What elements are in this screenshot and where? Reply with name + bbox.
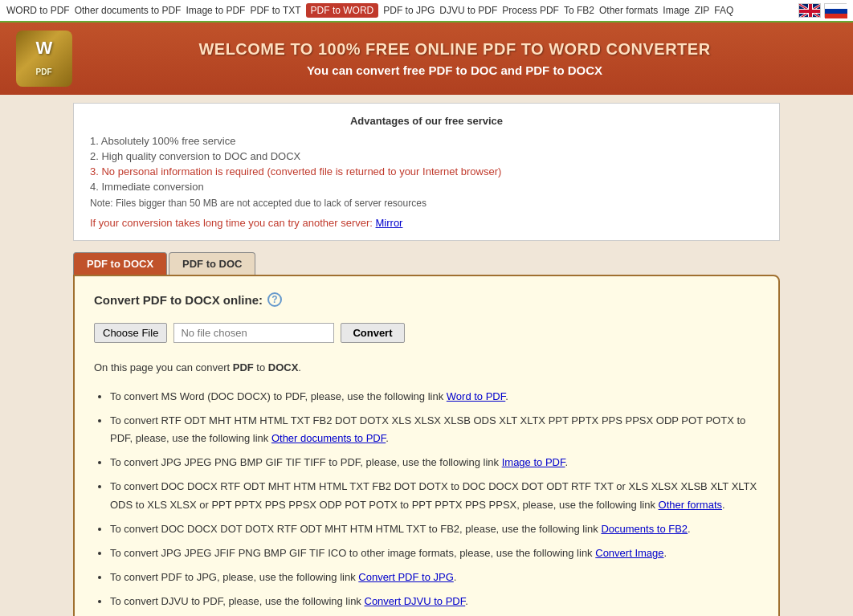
- period-4: .: [722, 499, 725, 511]
- list-item-convert-image: To convert JPG JPEG JFIF PNG BMP GIF TIF…: [110, 545, 759, 562]
- flag-english[interactable]: [798, 3, 821, 18]
- list-item-text-2: To convert RTF ODT MHT HTM HTML TXT FB2 …: [110, 414, 745, 444]
- convert-label-text: Convert PDF to DOCX online:: [94, 293, 263, 307]
- list-item-pdf-to-jpg: To convert PDF to JPG, please, use the f…: [110, 569, 759, 586]
- list-item-text-8: To convert DJVU to PDF, please, use the …: [110, 595, 361, 607]
- list-item-djvu-to-pdf: To convert DJVU to PDF, please, use the …: [110, 593, 759, 610]
- top-navigation: WORD to PDF Other documents to PDF Image…: [0, 0, 853, 22]
- list-item-text-5: To convert DOC DOCX DOT DOTX RTF ODT MHT…: [110, 523, 598, 535]
- converter-box: Convert PDF to DOCX online: ? Choose Fil…: [73, 275, 780, 616]
- tab-pdf-to-docx[interactable]: PDF to DOCX: [73, 252, 167, 275]
- link-other-docs[interactable]: Other documents to PDF: [271, 432, 386, 444]
- header-banner: WPDF WELCOME TO 100% FREE ONLINE PDF TO …: [0, 22, 853, 95]
- nav-faq[interactable]: FAQ: [714, 5, 733, 16]
- period-1: .: [505, 390, 508, 402]
- header-subtitle: You can convert free PDF to DOC and PDF …: [72, 63, 837, 77]
- list-item-text-1: To convert MS Word (DOC DOCX) to PDF, pl…: [110, 390, 443, 402]
- period-2: .: [386, 432, 389, 444]
- period-7: .: [454, 571, 457, 583]
- tab-pdf-to-doc[interactable]: PDF to DOC: [169, 252, 255, 275]
- logo-text: WPDF: [36, 38, 53, 80]
- main-description: On this page you can convert PDF to DOCX…: [94, 359, 759, 377]
- file-name-display[interactable]: [173, 323, 334, 343]
- nav-zip[interactable]: ZIP: [695, 5, 710, 16]
- list-item-text-6: To convert JPG JPEG JFIF PNG BMP GIF TIF…: [110, 547, 593, 559]
- period-3: .: [565, 456, 568, 468]
- info-icon[interactable]: ?: [267, 292, 282, 307]
- link-word-to-pdf[interactable]: Word to PDF: [447, 390, 505, 402]
- list-item-other-docs: To convert RTF ODT MHT HTM HTML TXT FB2 …: [110, 412, 759, 447]
- list-item-text-3: To convert JPG JPEG PNG BMP GIF TIF TIFF…: [110, 456, 499, 468]
- description-area: On this page you can convert PDF to DOCX…: [94, 359, 759, 610]
- mirror-line: If your conversion takes long time you c…: [90, 217, 763, 229]
- mirror-text: If your conversion takes long time you c…: [90, 217, 373, 229]
- nav-image[interactable]: Image: [663, 5, 689, 16]
- advantage-item-3: 3. No personal information is required (…: [90, 165, 763, 177]
- site-logo: WPDF: [16, 31, 72, 87]
- tabs-container: PDF to DOCX PDF to DOC: [73, 252, 780, 275]
- file-input-row: Choose File Convert: [94, 323, 759, 343]
- period-6: .: [664, 547, 667, 559]
- link-pdf-to-jpg[interactable]: Convert PDF to JPG: [358, 571, 453, 583]
- list-item-image-to-pdf: To convert JPG JPEG PNG BMP GIF TIF TIFF…: [110, 454, 759, 471]
- advantage-item-2: 2. High quality conversion to DOC and DO…: [90, 150, 763, 162]
- links-list: To convert MS Word (DOC DOCX) to PDF, pl…: [94, 388, 759, 610]
- advantages-list: 1. Absolutely 100% free service 2. High …: [90, 135, 763, 193]
- link-image-to-pdf[interactable]: Image to PDF: [502, 456, 565, 468]
- nav-pdf-to-txt[interactable]: PDF to TXT: [250, 5, 300, 16]
- link-djvu-to-pdf[interactable]: Convert DJVU to PDF: [365, 595, 466, 607]
- mirror-link[interactable]: Mirror: [376, 217, 403, 229]
- nav-image-to-pdf[interactable]: Image to PDF: [186, 5, 245, 16]
- advantage-item-1: 1. Absolutely 100% free service: [90, 135, 763, 147]
- nav-word-to-pdf[interactable]: WORD to PDF: [6, 5, 70, 16]
- language-flags: [798, 3, 847, 18]
- advantages-box: Advantages of our free service 1. Absolu…: [73, 103, 780, 241]
- link-convert-image[interactable]: Convert Image: [595, 547, 663, 559]
- flag-russian[interactable]: [824, 3, 847, 18]
- list-item-other-formats: To convert DOC DOCX RTF ODT MHT HTM HTML…: [110, 478, 759, 513]
- nav-other-formats[interactable]: Other formats: [599, 5, 658, 16]
- nav-pdf-to-jpg[interactable]: PDF to JPG: [383, 5, 435, 16]
- link-docs-to-fb2[interactable]: Documents to FB2: [601, 523, 688, 535]
- note-text: Note: Files bigger than 50 MB are not ac…: [90, 198, 763, 209]
- period-5: .: [688, 523, 691, 535]
- list-item-word-to-pdf: To convert MS Word (DOC DOCX) to PDF, pl…: [110, 388, 759, 406]
- main-wrapper: Advantages of our free service 1. Absolu…: [65, 103, 788, 616]
- period-8: .: [465, 595, 468, 607]
- choose-file-button[interactable]: Choose File: [94, 323, 167, 343]
- svg-rect-10: [825, 9, 847, 14]
- nav-pdf-to-word[interactable]: PDF to WORD: [306, 3, 379, 18]
- list-item-text-7: To convert PDF to JPG, please, use the f…: [110, 571, 356, 583]
- convert-button[interactable]: Convert: [341, 323, 404, 343]
- list-item-docs-to-fb2: To convert DOC DOCX DOT DOTX RTF ODT MHT…: [110, 520, 759, 538]
- convert-label: Convert PDF to DOCX online: ?: [94, 292, 759, 307]
- svg-rect-8: [799, 10, 821, 13]
- nav-djvu-to-pdf[interactable]: DJVU to PDF: [439, 5, 497, 16]
- advantage-item-4: 4. Immediate conversion: [90, 181, 763, 193]
- nav-to-fb2[interactable]: To FB2: [564, 5, 594, 16]
- link-other-formats[interactable]: Other formats: [659, 499, 722, 511]
- nav-other-docs-to-pdf[interactable]: Other documents to PDF: [75, 5, 182, 16]
- svg-rect-9: [825, 4, 847, 9]
- header-text: WELCOME TO 100% FREE ONLINE PDF TO WORD …: [72, 40, 837, 77]
- header-title: WELCOME TO 100% FREE ONLINE PDF TO WORD …: [72, 40, 837, 59]
- svg-rect-11: [825, 14, 847, 18]
- nav-process-pdf[interactable]: Process PDF: [502, 5, 559, 16]
- advantages-title: Advantages of our free service: [90, 115, 763, 127]
